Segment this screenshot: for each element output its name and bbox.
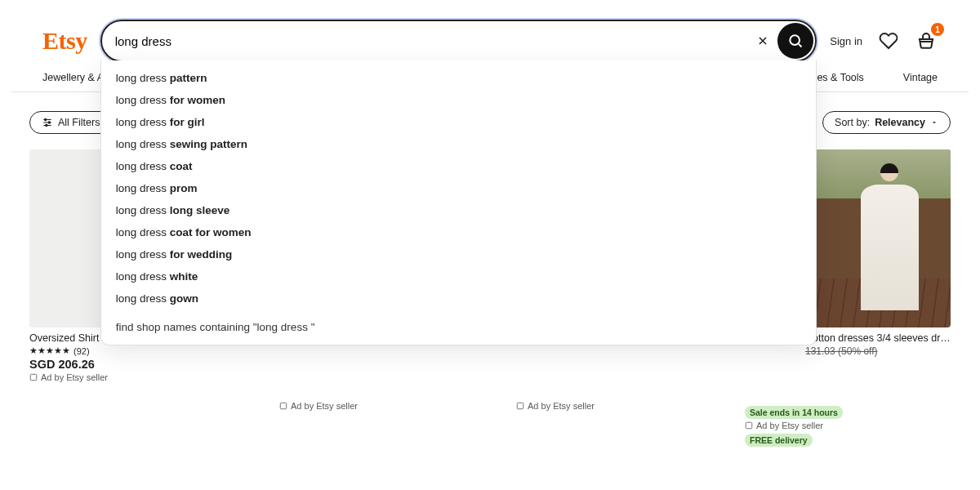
listing-image	[805, 149, 951, 327]
autocomplete-shop-search[interactable]: find shop names containing "long dress "	[101, 310, 817, 335]
listing-price: SGD 206.26	[29, 358, 209, 371]
free-delivery-badge: FREE delivery	[745, 434, 813, 447]
search-button[interactable]	[777, 23, 813, 59]
cart-badge: 1	[931, 23, 944, 36]
search-icon	[787, 33, 804, 49]
sort-label: Sort by:	[835, 117, 870, 128]
all-filters-label: All Filters	[58, 117, 100, 128]
autocomplete-item[interactable]: long dress white	[101, 265, 817, 287]
svg-point-1	[45, 118, 47, 120]
ad-label: Ad by Etsy seller	[745, 421, 843, 430]
autocomplete-item[interactable]: long dress long sleeve	[101, 199, 817, 221]
autocomplete-item[interactable]: long dress pattern	[101, 67, 817, 89]
star-icon: ★★★★★	[29, 345, 70, 356]
clear-search-button[interactable]	[748, 26, 777, 56]
search-bar	[100, 20, 817, 62]
sort-value: Relevancy	[875, 117, 925, 128]
ad-icon	[279, 402, 287, 410]
heart-icon	[879, 31, 898, 51]
listing-card[interactable]: Cotton dresses 3/4 sleeves dr… 131.03 (5…	[805, 149, 951, 382]
svg-point-2	[48, 122, 50, 123]
autocomplete-item[interactable]: long dress coat	[101, 155, 817, 177]
listing-discount: 131.03 (50% off)	[805, 345, 951, 357]
svg-rect-7	[746, 422, 752, 429]
listing-rating: ★★★★★ (92)	[29, 345, 209, 356]
logo[interactable]: Etsy	[42, 27, 87, 55]
autocomplete-item[interactable]: long dress for wedding	[101, 243, 817, 265]
svg-rect-5	[280, 403, 287, 409]
listing-title: Cotton dresses 3/4 sleeves dr…	[805, 332, 951, 344]
ad-icon	[745, 421, 753, 430]
autocomplete-item[interactable]: long dress sewing pattern	[101, 133, 817, 155]
ad-label: Ad by Etsy seller	[279, 401, 358, 411]
cart-button[interactable]: 1	[915, 29, 938, 52]
search-input[interactable]	[104, 26, 749, 56]
autocomplete-item[interactable]: long dress coat for women	[101, 221, 817, 243]
close-icon	[756, 34, 769, 47]
sign-in-link[interactable]: Sign in	[830, 35, 862, 47]
sort-button[interactable]: Sort by: Relevancy	[822, 111, 951, 134]
autocomplete-item[interactable]: long dress gown	[101, 287, 817, 310]
search-autocomplete: long dress patternlong dress for womenlo…	[100, 60, 817, 345]
review-count: (92)	[74, 346, 90, 356]
autocomplete-item[interactable]: long dress for girl	[101, 111, 817, 133]
svg-rect-4	[30, 374, 37, 381]
nav-item-tools[interactable]: lies & Tools	[813, 72, 864, 83]
ad-icon	[29, 373, 38, 381]
ad-icon	[516, 402, 524, 410]
nav-item-vintage[interactable]: Vintage	[903, 72, 938, 83]
autocomplete-item[interactable]: long dress prom	[101, 177, 817, 199]
ad-label: Ad by Etsy seller	[29, 372, 209, 382]
svg-point-0	[791, 35, 800, 45]
favorites-button[interactable]	[877, 29, 900, 52]
svg-rect-6	[517, 403, 523, 409]
svg-point-3	[46, 124, 47, 126]
autocomplete-item[interactable]: long dress for women	[101, 89, 817, 111]
sale-badge: Sale ends in 14 hours	[745, 406, 843, 419]
ad-label: Ad by Etsy seller	[516, 401, 595, 411]
sliders-icon	[42, 117, 53, 128]
caret-down-icon	[930, 118, 938, 127]
